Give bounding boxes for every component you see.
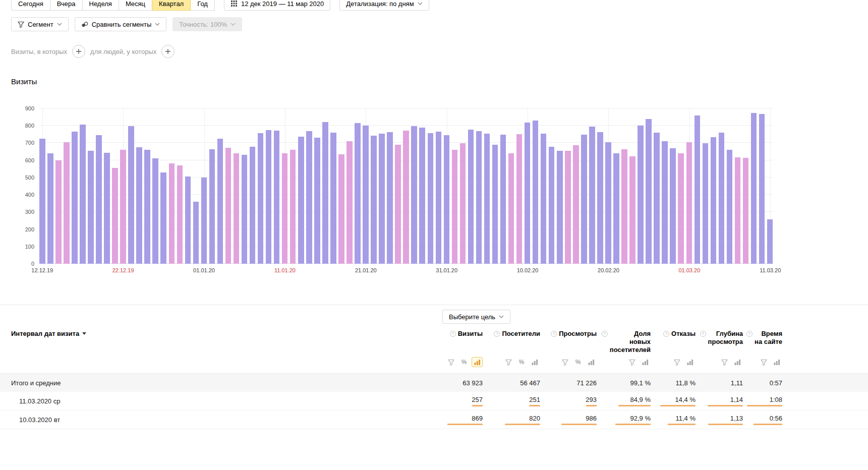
bar-day-71[interactable] <box>613 153 619 264</box>
bar-day-67[interactable] <box>581 135 587 264</box>
bar-day-57[interactable] <box>500 135 506 264</box>
bar-day-73[interactable] <box>629 156 635 264</box>
bar-day-81[interactable] <box>695 115 701 264</box>
bar-day-62[interactable] <box>541 134 547 264</box>
bar-day-48[interactable] <box>428 133 434 264</box>
accuracy-button[interactable]: Точность: 100% <box>172 17 242 31</box>
help-icon[interactable]: ? <box>746 331 753 337</box>
add-people-condition-button[interactable] <box>161 45 175 58</box>
help-icon[interactable]: ? <box>663 331 669 337</box>
bar-day-38[interactable] <box>346 141 353 264</box>
bar-day-56[interactable] <box>492 145 498 264</box>
bar-day-33[interactable] <box>306 131 312 264</box>
bar-day-85[interactable] <box>727 150 733 264</box>
bar-day-15[interactable] <box>160 172 166 264</box>
column-header-label[interactable]: Посетители <box>502 330 540 338</box>
bar-day-27[interactable] <box>258 133 264 264</box>
bar-day-32[interactable] <box>298 137 304 264</box>
segment-button[interactable]: Сегмент <box>11 17 69 31</box>
bar-day-24[interactable] <box>234 153 240 264</box>
percent-toggle-button[interactable]: % <box>516 357 527 367</box>
column-header-label[interactable]: Время на сайте <box>755 330 782 346</box>
bar-day-49[interactable] <box>436 132 442 264</box>
filter-toggle-button[interactable] <box>559 357 570 367</box>
bar-day-78[interactable] <box>670 148 676 264</box>
goal-select-button[interactable]: Выберите цель <box>442 310 510 324</box>
bar-day-39[interactable] <box>355 123 361 264</box>
row-label[interactable]: 11.03.2020 ср <box>0 397 442 405</box>
bar-day-35[interactable] <box>322 122 328 264</box>
bar-day-66[interactable] <box>573 145 579 264</box>
bar-day-29[interactable] <box>274 131 280 264</box>
bar-day-86[interactable] <box>735 157 741 264</box>
chart-toggle-button[interactable] <box>586 357 597 367</box>
column-header-label[interactable]: Отказы <box>671 330 696 338</box>
bar-day-30[interactable] <box>282 153 288 264</box>
help-icon[interactable]: ? <box>551 331 557 337</box>
bar-day-23[interactable] <box>225 148 232 264</box>
date-interval-header[interactable]: Интервал дат визита <box>0 330 442 337</box>
bar-day-16[interactable] <box>169 163 175 264</box>
filter-toggle-button[interactable] <box>719 357 730 367</box>
bar-day-65[interactable] <box>565 151 571 264</box>
bar-day-50[interactable] <box>444 135 450 264</box>
bar-day-53[interactable] <box>468 130 474 264</box>
bar-day-0[interactable] <box>39 139 45 264</box>
period-tab-Месяц[interactable]: Месяц <box>119 0 152 11</box>
bar-day-87[interactable] <box>743 158 749 264</box>
bar-day-90[interactable] <box>767 219 773 264</box>
help-icon[interactable]: ? <box>450 331 456 337</box>
filter-toggle-button[interactable] <box>671 357 682 367</box>
bar-day-11[interactable] <box>128 126 134 264</box>
bar-day-3[interactable] <box>64 142 70 264</box>
bar-day-43[interactable] <box>387 132 393 264</box>
bar-day-34[interactable] <box>314 138 320 264</box>
column-header-label[interactable]: Глубина просмотра <box>708 330 743 346</box>
chart-toggle-button[interactable] <box>640 357 651 367</box>
bar-day-8[interactable] <box>104 153 110 264</box>
detalization-button[interactable]: Детализация: по дням <box>339 0 429 11</box>
bar-day-6[interactable] <box>88 151 94 264</box>
bar-day-59[interactable] <box>516 134 523 264</box>
bar-day-10[interactable] <box>120 150 126 264</box>
bar-day-21[interactable] <box>209 149 215 264</box>
bar-day-51[interactable] <box>452 150 458 264</box>
bar-day-14[interactable] <box>152 158 158 264</box>
period-tab-Квартал[interactable]: Квартал <box>152 0 191 11</box>
percent-toggle-button[interactable]: % <box>572 357 584 367</box>
bar-day-28[interactable] <box>266 130 272 264</box>
bar-day-82[interactable] <box>703 143 709 264</box>
bar-day-88[interactable] <box>751 113 757 264</box>
bar-day-26[interactable] <box>250 147 256 264</box>
bar-day-79[interactable] <box>678 153 684 264</box>
percent-toggle-button[interactable]: % <box>458 357 470 367</box>
filter-toggle-button[interactable] <box>626 357 638 367</box>
filter-toggle-button[interactable] <box>758 357 769 367</box>
bar-day-19[interactable] <box>193 202 199 264</box>
bar-day-83[interactable] <box>711 137 717 264</box>
bar-day-60[interactable] <box>525 123 531 264</box>
bar-day-18[interactable] <box>185 177 191 264</box>
chart-toggle-button[interactable] <box>732 357 743 367</box>
bar-day-9[interactable] <box>112 168 118 264</box>
bar-day-64[interactable] <box>557 151 563 264</box>
bar-day-89[interactable] <box>759 114 765 264</box>
bar-day-69[interactable] <box>597 132 603 264</box>
bar-day-47[interactable] <box>419 128 425 264</box>
column-header-label[interactable]: Доля новых посетителей <box>610 330 651 354</box>
help-icon[interactable]: ? <box>700 331 706 337</box>
column-header-label[interactable]: Просмотры <box>559 330 597 338</box>
period-tab-Неделя[interactable]: Неделя <box>82 0 119 11</box>
bar-day-63[interactable] <box>549 147 555 264</box>
bar-day-5[interactable] <box>80 125 86 264</box>
bar-day-12[interactable] <box>136 147 142 264</box>
bar-day-13[interactable] <box>144 150 150 264</box>
bar-day-52[interactable] <box>460 143 466 264</box>
bar-day-22[interactable] <box>217 139 223 264</box>
period-tab-Вчера[interactable]: Вчера <box>50 0 83 11</box>
column-header-label[interactable]: Визиты <box>458 330 483 338</box>
bar-day-70[interactable] <box>605 142 611 264</box>
bar-day-84[interactable] <box>719 133 725 264</box>
bar-day-7[interactable] <box>96 135 102 264</box>
bar-day-75[interactable] <box>646 119 652 264</box>
